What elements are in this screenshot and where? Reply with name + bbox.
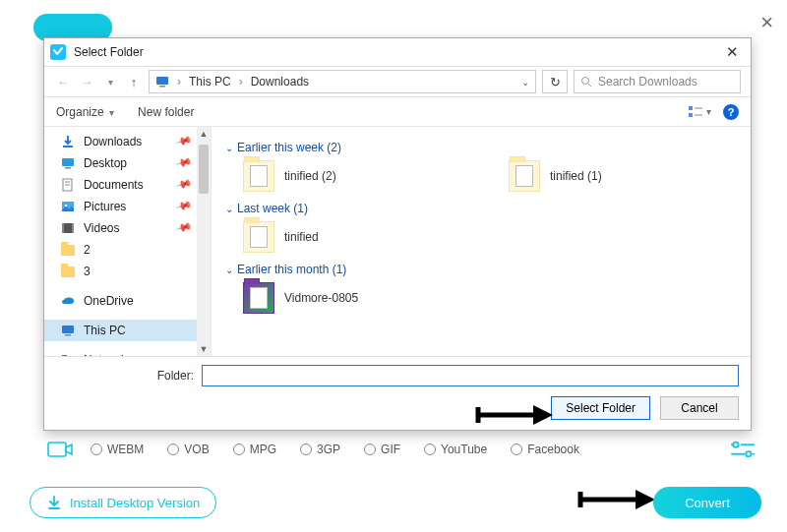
select-folder-button[interactable]: Select Folder — [551, 396, 650, 420]
radio-icon — [91, 443, 102, 455]
tree-item-onedrive[interactable]: OneDrive — [44, 290, 197, 312]
format-option-mpg[interactable]: MPG — [233, 443, 276, 456]
svg-rect-10 — [65, 167, 71, 169]
folder-item[interactable]: tinified (2) — [243, 158, 459, 194]
bg-close-icon[interactable]: × — [760, 10, 773, 35]
nav-scrollbar[interactable]: ▲ ▼ — [197, 127, 211, 356]
navigation-pane: Downloads📌Desktop📌Documents📌Pictures📌Vid… — [44, 127, 212, 356]
folder-icon — [509, 160, 540, 192]
videos-icon — [60, 220, 76, 236]
folder-name: tinified (1) — [550, 169, 602, 183]
view-options-button[interactable]: ▾ — [689, 105, 711, 119]
folder-icon — [243, 282, 274, 314]
dialog-footer: Folder: Select Folder Cancel — [44, 356, 751, 430]
folder-item[interactable]: tinified (1) — [509, 158, 725, 194]
tree-item-label: Network — [84, 353, 127, 356]
format-settings-icon[interactable] — [730, 440, 756, 459]
tree-item-downloads[interactable]: Downloads📌 — [44, 131, 197, 152]
refresh-button[interactable]: ↻ — [542, 70, 568, 93]
group-header[interactable]: ⌄Earlier this week (2) — [225, 141, 737, 154]
address-dropdown-icon[interactable]: ⌄ — [521, 77, 529, 88]
new-folder-button[interactable]: New folder — [138, 105, 194, 119]
breadcrumb-sep: › — [239, 75, 243, 89]
downloads-icon — [60, 134, 76, 149]
folder-icon — [60, 264, 76, 279]
breadcrumb-root[interactable]: This PC — [189, 75, 231, 89]
address-bar[interactable]: › This PC › Downloads ⌄ — [149, 70, 536, 93]
format-category-icon[interactable] — [47, 440, 73, 459]
onedrive-icon — [60, 293, 76, 309]
format-option-3gp[interactable]: 3GP — [300, 443, 340, 456]
chevron-down-icon: ⌄ — [225, 204, 233, 214]
documents-icon — [60, 177, 76, 193]
pictures-icon — [60, 199, 76, 214]
folder-input[interactable] — [202, 365, 739, 386]
svg-rect-19 — [62, 325, 74, 333]
nav-back-button[interactable]: ← — [54, 75, 72, 89]
tree-item-label: Videos — [84, 221, 119, 235]
radio-icon — [364, 443, 376, 455]
search-placeholder: Search Downloads — [598, 75, 697, 89]
organize-menu[interactable]: Organize ▾ — [56, 105, 114, 119]
folder-item[interactable]: Vidmore-0805 — [243, 280, 459, 316]
install-desktop-button[interactable]: Install Desktop Version — [30, 487, 216, 518]
folder-icon — [60, 242, 76, 258]
radio-icon — [300, 443, 312, 455]
svg-rect-26 — [48, 443, 66, 456]
titlebar: Select Folder ✕ — [44, 38, 751, 66]
svg-point-27 — [733, 443, 738, 447]
radio-icon — [167, 443, 179, 455]
breadcrumb-folder[interactable]: Downloads — [251, 75, 309, 89]
tree-item-pictures[interactable]: Pictures📌 — [44, 196, 197, 217]
tree-item-videos[interactable]: Videos📌 — [44, 217, 197, 239]
download-icon — [46, 495, 62, 510]
folder-name: tinified (2) — [284, 169, 336, 183]
radio-icon — [424, 443, 436, 455]
group-header[interactable]: ⌄Earlier this month (1) — [225, 263, 737, 276]
format-label: 3GP — [317, 443, 340, 456]
nav-forward-button[interactable]: → — [78, 75, 95, 89]
network-icon — [60, 352, 76, 356]
pin-icon: 📌 — [175, 175, 194, 193]
format-label: VOB — [184, 443, 209, 456]
search-input[interactable]: Search Downloads — [574, 70, 741, 93]
format-label: MPG — [250, 443, 276, 456]
cancel-button[interactable]: Cancel — [660, 396, 739, 420]
tree-item-documents[interactable]: Documents📌 — [44, 174, 197, 196]
format-option-vob[interactable]: VOB — [167, 443, 209, 456]
svg-rect-21 — [62, 355, 67, 356]
format-option-youtube[interactable]: YouTube — [424, 443, 487, 456]
help-icon[interactable]: ? — [723, 104, 739, 120]
pin-icon: 📌 — [175, 153, 194, 171]
tree-item-2[interactable]: 2 — [44, 239, 197, 261]
convert-button[interactable]: Convert — [653, 487, 761, 518]
format-option-facebook[interactable]: Facebook — [511, 443, 579, 456]
folder-label: Folder: — [56, 369, 194, 383]
svg-rect-0 — [156, 77, 168, 85]
svg-rect-18 — [72, 223, 74, 233]
tree-item-3[interactable]: 3 — [44, 261, 197, 282]
tree-item-this-pc[interactable]: This PC — [44, 320, 197, 341]
dialog-close-button[interactable]: ✕ — [720, 43, 745, 61]
app-logo-icon — [50, 44, 66, 60]
breadcrumb-sep: › — [177, 75, 181, 89]
folder-item[interactable]: tinified — [243, 219, 459, 255]
svg-rect-5 — [689, 113, 693, 117]
svg-point-2 — [582, 78, 589, 85]
this-pc-icon — [155, 75, 169, 89]
nav-history-dropdown[interactable]: ▾ — [101, 77, 119, 88]
tree-item-network[interactable]: Network — [44, 349, 197, 356]
nav-up-button[interactable]: ↑ — [125, 75, 143, 89]
search-icon — [580, 76, 592, 88]
tree-item-desktop[interactable]: Desktop📌 — [44, 152, 197, 174]
svg-point-30 — [746, 451, 751, 456]
format-option-webm[interactable]: WEBM — [91, 443, 144, 456]
group-title: Last week (1) — [237, 202, 308, 215]
select-folder-dialog: Select Folder ✕ ← → ▾ ↑ › This PC › Down… — [43, 37, 752, 431]
format-option-gif[interactable]: GIF — [364, 443, 400, 456]
pin-icon: 📌 — [175, 197, 194, 214]
thispc-icon — [60, 323, 76, 338]
format-bar: WEBMVOBMPG3GPGIFYouTubeFacebook — [47, 440, 756, 459]
group-header[interactable]: ⌄Last week (1) — [225, 202, 737, 215]
tree-item-label: Pictures — [84, 200, 126, 213]
